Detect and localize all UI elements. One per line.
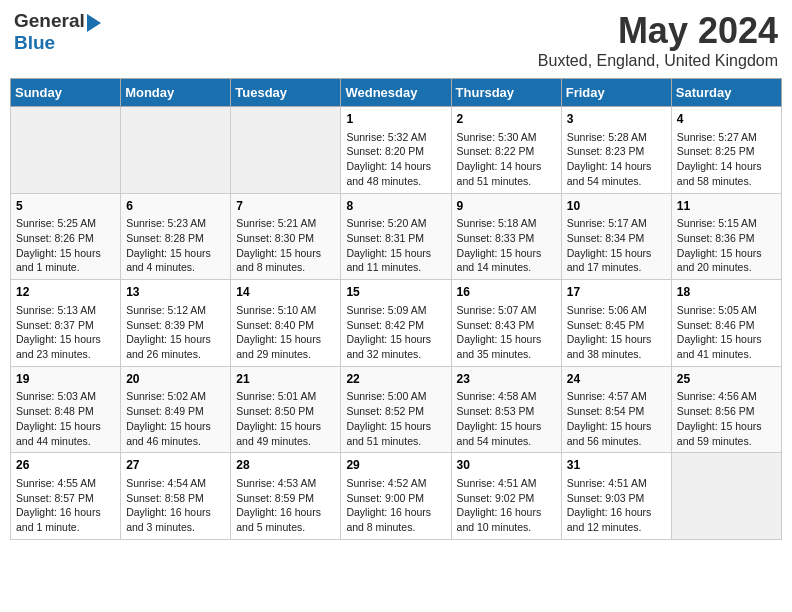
calendar-week-2: 5Sunrise: 5:25 AM Sunset: 8:26 PM Daylig… xyxy=(11,193,782,280)
day-number: 5 xyxy=(16,198,115,215)
calendar-cell: 24Sunrise: 4:57 AM Sunset: 8:54 PM Dayli… xyxy=(561,366,671,453)
day-info: Sunrise: 5:20 AM Sunset: 8:31 PM Dayligh… xyxy=(346,216,445,275)
logo-icon xyxy=(87,14,101,32)
day-info: Sunrise: 5:00 AM Sunset: 8:52 PM Dayligh… xyxy=(346,389,445,448)
day-number: 1 xyxy=(346,111,445,128)
logo-general: General xyxy=(14,10,85,31)
day-number: 7 xyxy=(236,198,335,215)
col-header-friday: Friday xyxy=(561,79,671,107)
col-header-thursday: Thursday xyxy=(451,79,561,107)
day-info: Sunrise: 5:07 AM Sunset: 8:43 PM Dayligh… xyxy=(457,303,556,362)
calendar-cell: 26Sunrise: 4:55 AM Sunset: 8:57 PM Dayli… xyxy=(11,453,121,540)
col-header-sunday: Sunday xyxy=(11,79,121,107)
calendar-cell: 2Sunrise: 5:30 AM Sunset: 8:22 PM Daylig… xyxy=(451,107,561,194)
day-info: Sunrise: 5:02 AM Sunset: 8:49 PM Dayligh… xyxy=(126,389,225,448)
calendar-cell: 13Sunrise: 5:12 AM Sunset: 8:39 PM Dayli… xyxy=(121,280,231,367)
calendar-cell: 23Sunrise: 4:58 AM Sunset: 8:53 PM Dayli… xyxy=(451,366,561,453)
calendar-cell xyxy=(121,107,231,194)
col-header-saturday: Saturday xyxy=(671,79,781,107)
day-number: 4 xyxy=(677,111,776,128)
calendar-cell xyxy=(671,453,781,540)
calendar-cell: 29Sunrise: 4:52 AM Sunset: 9:00 PM Dayli… xyxy=(341,453,451,540)
day-number: 26 xyxy=(16,457,115,474)
calendar-cell: 4Sunrise: 5:27 AM Sunset: 8:25 PM Daylig… xyxy=(671,107,781,194)
day-info: Sunrise: 5:05 AM Sunset: 8:46 PM Dayligh… xyxy=(677,303,776,362)
calendar-cell: 12Sunrise: 5:13 AM Sunset: 8:37 PM Dayli… xyxy=(11,280,121,367)
day-number: 21 xyxy=(236,371,335,388)
calendar-cell: 8Sunrise: 5:20 AM Sunset: 8:31 PM Daylig… xyxy=(341,193,451,280)
day-number: 3 xyxy=(567,111,666,128)
calendar-cell xyxy=(11,107,121,194)
day-info: Sunrise: 5:32 AM Sunset: 8:20 PM Dayligh… xyxy=(346,130,445,189)
day-info: Sunrise: 5:17 AM Sunset: 8:34 PM Dayligh… xyxy=(567,216,666,275)
calendar-cell xyxy=(231,107,341,194)
title-section: May 2024 Buxted, England, United Kingdom xyxy=(538,10,778,70)
day-info: Sunrise: 4:55 AM Sunset: 8:57 PM Dayligh… xyxy=(16,476,115,535)
calendar-cell: 30Sunrise: 4:51 AM Sunset: 9:02 PM Dayli… xyxy=(451,453,561,540)
day-info: Sunrise: 5:15 AM Sunset: 8:36 PM Dayligh… xyxy=(677,216,776,275)
day-info: Sunrise: 4:52 AM Sunset: 9:00 PM Dayligh… xyxy=(346,476,445,535)
calendar-table: SundayMondayTuesdayWednesdayThursdayFrid… xyxy=(10,78,782,540)
day-info: Sunrise: 5:13 AM Sunset: 8:37 PM Dayligh… xyxy=(16,303,115,362)
day-number: 15 xyxy=(346,284,445,301)
day-info: Sunrise: 5:30 AM Sunset: 8:22 PM Dayligh… xyxy=(457,130,556,189)
day-number: 30 xyxy=(457,457,556,474)
day-info: Sunrise: 4:51 AM Sunset: 9:02 PM Dayligh… xyxy=(457,476,556,535)
calendar-week-5: 26Sunrise: 4:55 AM Sunset: 8:57 PM Dayli… xyxy=(11,453,782,540)
day-number: 2 xyxy=(457,111,556,128)
col-header-monday: Monday xyxy=(121,79,231,107)
calendar-cell: 18Sunrise: 5:05 AM Sunset: 8:46 PM Dayli… xyxy=(671,280,781,367)
calendar-week-4: 19Sunrise: 5:03 AM Sunset: 8:48 PM Dayli… xyxy=(11,366,782,453)
calendar-cell: 27Sunrise: 4:54 AM Sunset: 8:58 PM Dayli… xyxy=(121,453,231,540)
calendar-cell: 5Sunrise: 5:25 AM Sunset: 8:26 PM Daylig… xyxy=(11,193,121,280)
day-info: Sunrise: 5:10 AM Sunset: 8:40 PM Dayligh… xyxy=(236,303,335,362)
calendar-cell: 16Sunrise: 5:07 AM Sunset: 8:43 PM Dayli… xyxy=(451,280,561,367)
calendar-cell: 10Sunrise: 5:17 AM Sunset: 8:34 PM Dayli… xyxy=(561,193,671,280)
day-info: Sunrise: 5:27 AM Sunset: 8:25 PM Dayligh… xyxy=(677,130,776,189)
calendar-cell: 25Sunrise: 4:56 AM Sunset: 8:56 PM Dayli… xyxy=(671,366,781,453)
day-number: 23 xyxy=(457,371,556,388)
calendar-header-row: SundayMondayTuesdayWednesdayThursdayFrid… xyxy=(11,79,782,107)
day-info: Sunrise: 5:12 AM Sunset: 8:39 PM Dayligh… xyxy=(126,303,225,362)
calendar-cell: 20Sunrise: 5:02 AM Sunset: 8:49 PM Dayli… xyxy=(121,366,231,453)
day-number: 16 xyxy=(457,284,556,301)
day-number: 8 xyxy=(346,198,445,215)
day-number: 29 xyxy=(346,457,445,474)
col-header-tuesday: Tuesday xyxy=(231,79,341,107)
calendar-cell: 22Sunrise: 5:00 AM Sunset: 8:52 PM Dayli… xyxy=(341,366,451,453)
day-number: 20 xyxy=(126,371,225,388)
calendar-cell: 3Sunrise: 5:28 AM Sunset: 8:23 PM Daylig… xyxy=(561,107,671,194)
day-info: Sunrise: 5:18 AM Sunset: 8:33 PM Dayligh… xyxy=(457,216,556,275)
logo: General Blue xyxy=(14,10,101,54)
calendar-cell: 1Sunrise: 5:32 AM Sunset: 8:20 PM Daylig… xyxy=(341,107,451,194)
day-info: Sunrise: 4:54 AM Sunset: 8:58 PM Dayligh… xyxy=(126,476,225,535)
day-info: Sunrise: 4:57 AM Sunset: 8:54 PM Dayligh… xyxy=(567,389,666,448)
col-header-wednesday: Wednesday xyxy=(341,79,451,107)
day-number: 27 xyxy=(126,457,225,474)
calendar-cell: 7Sunrise: 5:21 AM Sunset: 8:30 PM Daylig… xyxy=(231,193,341,280)
day-info: Sunrise: 5:23 AM Sunset: 8:28 PM Dayligh… xyxy=(126,216,225,275)
day-info: Sunrise: 4:56 AM Sunset: 8:56 PM Dayligh… xyxy=(677,389,776,448)
day-number: 24 xyxy=(567,371,666,388)
day-number: 18 xyxy=(677,284,776,301)
day-info: Sunrise: 5:01 AM Sunset: 8:50 PM Dayligh… xyxy=(236,389,335,448)
calendar-cell: 15Sunrise: 5:09 AM Sunset: 8:42 PM Dayli… xyxy=(341,280,451,367)
calendar-cell: 14Sunrise: 5:10 AM Sunset: 8:40 PM Dayli… xyxy=(231,280,341,367)
calendar-cell: 28Sunrise: 4:53 AM Sunset: 8:59 PM Dayli… xyxy=(231,453,341,540)
day-number: 25 xyxy=(677,371,776,388)
day-number: 28 xyxy=(236,457,335,474)
day-info: Sunrise: 5:25 AM Sunset: 8:26 PM Dayligh… xyxy=(16,216,115,275)
calendar-cell: 21Sunrise: 5:01 AM Sunset: 8:50 PM Dayli… xyxy=(231,366,341,453)
day-number: 31 xyxy=(567,457,666,474)
calendar-week-1: 1Sunrise: 5:32 AM Sunset: 8:20 PM Daylig… xyxy=(11,107,782,194)
calendar-cell: 17Sunrise: 5:06 AM Sunset: 8:45 PM Dayli… xyxy=(561,280,671,367)
day-number: 12 xyxy=(16,284,115,301)
calendar-cell: 11Sunrise: 5:15 AM Sunset: 8:36 PM Dayli… xyxy=(671,193,781,280)
day-info: Sunrise: 5:28 AM Sunset: 8:23 PM Dayligh… xyxy=(567,130,666,189)
calendar-cell: 19Sunrise: 5:03 AM Sunset: 8:48 PM Dayli… xyxy=(11,366,121,453)
day-number: 13 xyxy=(126,284,225,301)
day-info: Sunrise: 4:58 AM Sunset: 8:53 PM Dayligh… xyxy=(457,389,556,448)
logo-blue: Blue xyxy=(14,32,55,53)
calendar-cell: 6Sunrise: 5:23 AM Sunset: 8:28 PM Daylig… xyxy=(121,193,231,280)
day-number: 19 xyxy=(16,371,115,388)
